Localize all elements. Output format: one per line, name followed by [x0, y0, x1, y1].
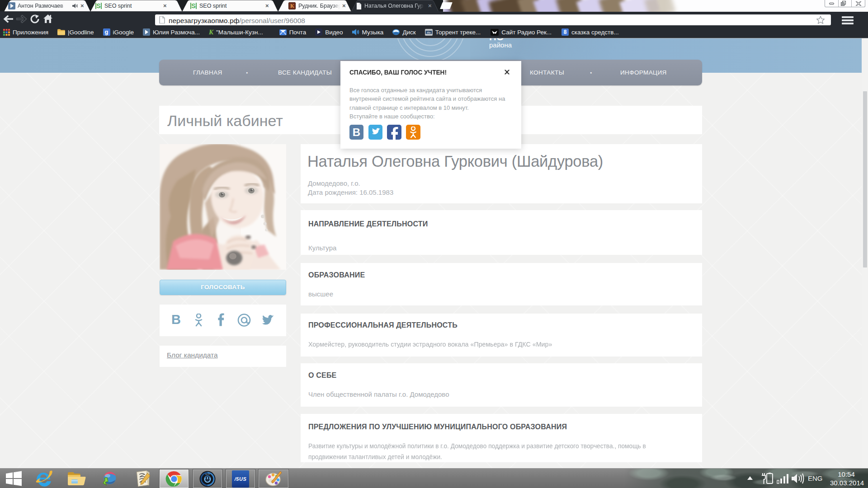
- svg-text:BIOS: BIOS: [205, 473, 210, 475]
- svg-text:S: S: [191, 2, 195, 9]
- svg-text:tfile: tfile: [427, 31, 431, 34]
- svg-text:S: S: [96, 2, 100, 9]
